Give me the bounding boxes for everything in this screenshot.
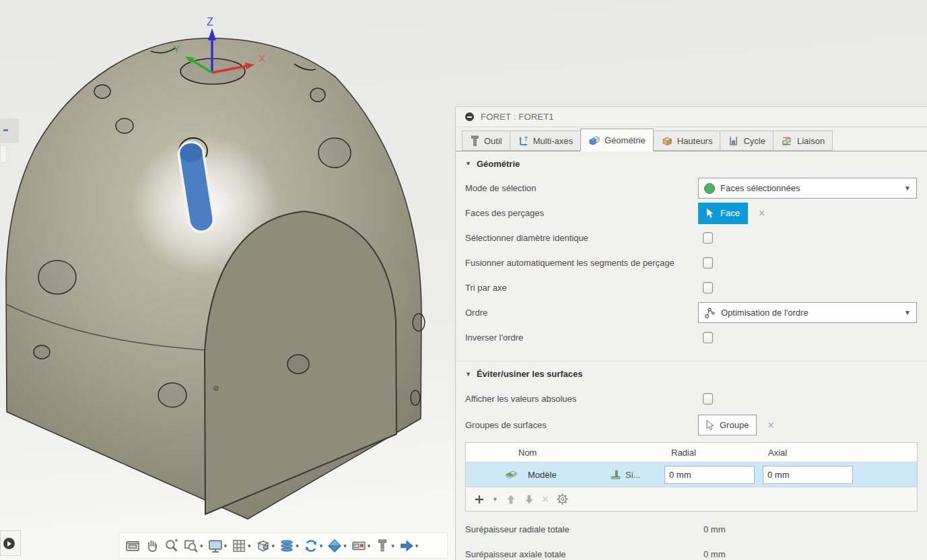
total-axial-label: Surépaisseur axiale totale (465, 549, 698, 559)
order-optimization-icon (704, 307, 716, 319)
order-dropdown[interactable]: Optimisation de l'ordre ▼ (698, 302, 917, 323)
chevron-down-icon[interactable]: ▾ (368, 542, 371, 549)
dropdown-value: Faces sélectionnées (720, 183, 800, 193)
tab-label: Liaison (797, 136, 825, 146)
dropdown-value: Optimisation de l'ordre (721, 308, 809, 318)
collapsed-panel-handle[interactable] (0, 145, 7, 163)
face-select-button[interactable]: Face (698, 203, 748, 224)
pan-hand-icon[interactable] (143, 537, 162, 555)
chevron-down-icon[interactable]: ▾ (391, 542, 394, 549)
axial-stock-input[interactable] (763, 466, 853, 484)
tab-cycle[interactable]: Cycle (720, 131, 774, 151)
table-row-modele[interactable]: Modèle Si... (466, 462, 917, 487)
clear-selection-icon[interactable]: × (759, 207, 765, 219)
absolute-values-row: Afficher les valeurs absolues (465, 386, 918, 411)
chevron-down-icon[interactable]: ▾ (272, 542, 275, 549)
machine-icon[interactable]: ▾ (349, 537, 373, 555)
same-diameter-checkbox[interactable] (703, 232, 713, 244)
viewport-nav-toolbar: ▾ ▾ ▾ ▾ ▾ ▾ ▾ (118, 532, 448, 559)
expand-arrow-icon (3, 538, 15, 549)
absolute-values-label: Afficher les valeurs absolues (465, 394, 698, 404)
tab-geometrie[interactable]: Géométrie (580, 129, 654, 151)
reverse-order-label: Inverser l'ordre (465, 332, 698, 343)
scene-box-icon[interactable] (123, 537, 142, 555)
move-down-button[interactable] (524, 494, 535, 505)
surfaces-table: Nom Radial Axial Modèle Si... (465, 442, 918, 512)
chevron-down-icon[interactable]: ▾ (415, 542, 419, 549)
viewports-icon[interactable]: ▾ (254, 537, 277, 555)
selection-mode-row: Mode de sélection Faces sélectionnées ▼ (465, 176, 918, 201)
dialog-content: ▼ Géométrie Mode de sélection Faces séle… (456, 151, 927, 560)
selection-mode-dropdown[interactable]: Faces sélectionnées ▼ (698, 178, 917, 199)
button-label: Groupe (720, 420, 749, 430)
chevron-down-icon: ▼ (904, 184, 911, 192)
collapse-circle-icon[interactable] (465, 112, 474, 121)
dialog-title: FORET : FORET1 (481, 112, 554, 122)
row-mode-dropdown[interactable]: Si... (611, 469, 664, 481)
add-row-button[interactable] (474, 494, 485, 505)
chevron-down-icon[interactable]: ▾ (320, 542, 323, 549)
cycle-icon (728, 135, 739, 147)
collapse-triangle-icon: ▼ (465, 160, 471, 167)
cursor-icon (706, 420, 715, 431)
merge-segments-checkbox[interactable] (703, 257, 713, 269)
collapsed-panel-tab[interactable] (0, 118, 19, 143)
steps-icon[interactable]: ▾ (277, 537, 301, 555)
browser-toggle-button[interactable] (0, 530, 21, 556)
vertex-point[interactable] (214, 386, 218, 390)
button-label: Face (720, 208, 740, 218)
same-diameter-row: Sélectionner diamètre identique (465, 225, 918, 250)
chevron-down-icon[interactable]: ▾ (200, 542, 203, 549)
row-name: Modèle (518, 470, 611, 480)
app-window: Z Y X ▾ (0, 0, 927, 560)
column-header-axial: Axial (760, 448, 858, 458)
radial-stock-input[interactable] (664, 466, 755, 484)
group-select-button[interactable]: Groupe (698, 415, 757, 435)
same-diameter-label: Sélectionner diamètre identique (465, 233, 698, 243)
total-radial-row: Surépaisseur radiale totale 0 mm (465, 517, 918, 542)
tab-label: Outil (484, 136, 502, 146)
chevron-down-icon[interactable]: ▾ (248, 542, 251, 549)
zoom-window-icon[interactable]: ▾ (182, 537, 205, 555)
y-axis-label: Y (173, 43, 180, 55)
section-title: Géométrie (477, 159, 520, 169)
avoid-surfaces-section-header[interactable]: ▼ Éviter/usiner les surfaces (465, 361, 918, 386)
column-header-nom: Nom (466, 448, 664, 458)
display-settings-icon[interactable]: ▾ (206, 537, 230, 555)
table-toolbar: ▼ × (466, 487, 917, 511)
order-row: Ordre Optimisation de l'ordre ▼ (465, 300, 918, 325)
delete-row-icon[interactable]: × (542, 493, 549, 506)
refresh-icon[interactable]: ▾ (302, 537, 325, 555)
grid-icon[interactable]: ▾ (230, 537, 253, 555)
move-up-button[interactable] (506, 494, 516, 505)
reverse-order-checkbox[interactable] (703, 332, 713, 343)
heights-icon (661, 135, 673, 147)
total-radial-label: Surépaisseur radiale totale (465, 524, 698, 534)
zoom-icon[interactable] (162, 537, 181, 555)
hole-faces-row: Faces des perçages Face × (465, 201, 918, 225)
add-row-dropdown-icon[interactable]: ▼ (492, 496, 498, 503)
chevron-down-icon[interactable]: ▾ (224, 542, 228, 549)
absolute-values-checkbox[interactable] (703, 393, 713, 405)
x-axis-label: X (259, 53, 265, 64)
axis-sort-row: Tri par axe (465, 275, 918, 300)
post-process-icon[interactable]: ▾ (397, 537, 421, 555)
table-settings-gear-icon[interactable] (556, 493, 569, 505)
axis-sort-checkbox[interactable] (703, 282, 713, 293)
dialog-title-bar[interactable]: FORET : FORET1 (456, 107, 927, 127)
stock-icon[interactable]: ▾ (325, 537, 349, 555)
chevron-down-icon[interactable]: ▾ (343, 542, 347, 549)
clear-groups-icon[interactable]: × (767, 419, 774, 431)
machining-mode-icon (611, 469, 623, 481)
geometry-section-header[interactable]: ▼ Géométrie (465, 151, 918, 176)
tool-icon[interactable]: ▾ (373, 537, 397, 555)
tab-hauteurs[interactable]: Hauteurs (653, 131, 721, 151)
multi-axes-icon (518, 135, 529, 147)
tab-outil[interactable]: Outil (462, 131, 510, 151)
chevron-down-icon[interactable]: ▾ (296, 542, 299, 549)
tab-liaison[interactable]: Liaison (773, 131, 833, 151)
tab-multi-axes[interactable]: Multi-axes (510, 131, 581, 151)
model-canvas[interactable]: Z Y X (0, 0, 458, 560)
merge-segments-label: Fusionner automatiquement les segments d… (465, 258, 698, 268)
tab-label: Hauteurs (677, 136, 713, 146)
